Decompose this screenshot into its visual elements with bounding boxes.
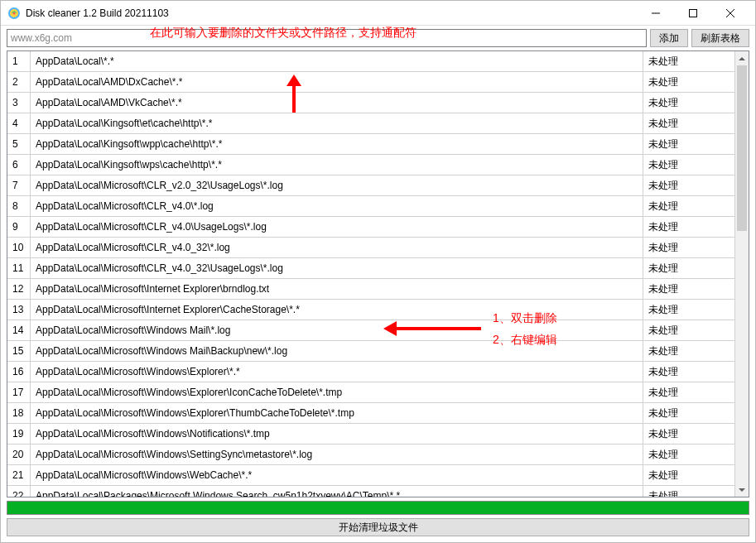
- row-number: 9: [7, 217, 31, 237]
- table-row[interactable]: 21AppData\Local\Microsoft\Windows\WebCac…: [7, 465, 734, 486]
- row-path: AppData\Local\Microsoft\Windows\Notifica…: [31, 424, 643, 444]
- row-status: 未处理: [643, 486, 734, 497]
- table-row[interactable]: 6AppData\Local\Kingsoft\wps\cache\http\*…: [7, 155, 734, 175]
- row-number: 10: [7, 238, 31, 257]
- row-path: AppData\Local\Kingsoft\et\cache\http\*.*: [31, 113, 643, 133]
- table-row[interactable]: 17AppData\Local\Microsoft\Windows\Explor…: [7, 382, 734, 403]
- row-number: 5: [7, 134, 31, 154]
- table-row[interactable]: 3AppData\Local\AMD\VkCache\*.*未处理: [7, 93, 734, 113]
- row-number: 8: [7, 196, 31, 216]
- table-row[interactable]: 16AppData\Local\Microsoft\Windows\Explor…: [7, 362, 734, 382]
- row-number: 16: [7, 362, 31, 382]
- chevron-up-icon: [739, 57, 745, 60]
- chevron-down-icon: [739, 488, 745, 492]
- row-path: AppData\Local\Microsoft\Internet Explore…: [31, 300, 643, 320]
- row-path: AppData\Local\Microsoft\Windows Mail\Bac…: [31, 341, 643, 361]
- table-row[interactable]: 2AppData\Local\AMD\DxCache\*.*未处理: [7, 72, 734, 93]
- grid-body[interactable]: 1AppData\Local\*.*未处理2AppData\Local\AMD\…: [7, 51, 734, 497]
- row-path: AppData\Local\Microsoft\Windows\Explorer…: [31, 382, 643, 402]
- row-status: 未处理: [643, 382, 734, 402]
- scroll-down-button[interactable]: [735, 483, 749, 497]
- table-row[interactable]: 22AppData\Local\Packages\Microsoft.Windo…: [7, 486, 734, 497]
- row-path: AppData\Local\Kingsoft\wpp\cache\http\*.…: [31, 134, 643, 154]
- start-clean-button[interactable]: 开始清理垃圾文件: [7, 518, 749, 536]
- table-row[interactable]: 4AppData\Local\Kingsoft\et\cache\http\*.…: [7, 113, 734, 134]
- row-number: 21: [7, 465, 31, 485]
- svg-point-1: [13, 12, 16, 14]
- row-path: AppData\Local\Kingsoft\wps\cache\http\*.…: [31, 155, 643, 175]
- row-status: 未处理: [643, 155, 734, 175]
- refresh-button[interactable]: 刷新表格: [691, 29, 749, 47]
- scrollbar-thumb[interactable]: [737, 65, 747, 231]
- table-row[interactable]: 13AppData\Local\Microsoft\Internet Explo…: [7, 300, 734, 320]
- add-button[interactable]: 添加: [650, 29, 688, 47]
- row-status: 未处理: [643, 320, 734, 340]
- row-status: 未处理: [643, 258, 734, 278]
- grid: 1AppData\Local\*.*未处理2AppData\Local\AMD\…: [7, 50, 749, 497]
- maximize-icon: [689, 9, 697, 17]
- table-row[interactable]: 5AppData\Local\Kingsoft\wpp\cache\http\*…: [7, 134, 734, 155]
- row-path: AppData\Local\Microsoft\CLR_v4.0_32\Usag…: [31, 258, 643, 278]
- row-number: 14: [7, 320, 31, 340]
- row-number: 15: [7, 341, 31, 361]
- row-path: AppData\Local\Packages\Microsoft.Windows…: [31, 486, 643, 497]
- table-row[interactable]: 7AppData\Local\Microsoft\CLR_v2.0_32\Usa…: [7, 175, 734, 196]
- path-input[interactable]: [7, 29, 647, 47]
- row-status: 未处理: [643, 93, 734, 113]
- row-number: 17: [7, 382, 31, 402]
- row-path: AppData\Local\Microsoft\Windows\WebCache…: [31, 465, 643, 485]
- row-status: 未处理: [643, 279, 734, 299]
- table-row[interactable]: 15AppData\Local\Microsoft\Windows Mail\B…: [7, 341, 734, 362]
- row-status: 未处理: [643, 175, 734, 195]
- row-number: 20: [7, 444, 31, 464]
- row-status: 未处理: [643, 341, 734, 361]
- row-status: 未处理: [643, 196, 734, 216]
- table-row[interactable]: 10AppData\Local\Microsoft\CLR_v4.0_32\*.…: [7, 238, 734, 258]
- vertical-scrollbar[interactable]: [734, 51, 749, 497]
- svg-rect-3: [689, 9, 696, 17]
- table-row[interactable]: 9AppData\Local\Microsoft\CLR_v4.0\UsageL…: [7, 217, 734, 238]
- row-status: 未处理: [643, 134, 734, 154]
- minimize-button[interactable]: [637, 1, 674, 25]
- table-row[interactable]: 12AppData\Local\Microsoft\Internet Explo…: [7, 279, 734, 300]
- row-status: 未处理: [643, 362, 734, 382]
- row-number: 18: [7, 403, 31, 423]
- scroll-up-button[interactable]: [735, 51, 749, 65]
- minimize-icon: [652, 9, 660, 17]
- row-status: 未处理: [643, 403, 734, 423]
- row-status: 未处理: [643, 444, 734, 464]
- close-button[interactable]: [711, 1, 749, 25]
- row-number: 4: [7, 113, 31, 133]
- table-row[interactable]: 18AppData\Local\Microsoft\Windows\Explor…: [7, 403, 734, 424]
- table-row[interactable]: 11AppData\Local\Microsoft\CLR_v4.0_32\Us…: [7, 258, 734, 279]
- row-number: 13: [7, 300, 31, 320]
- row-status: 未处理: [643, 72, 734, 92]
- row-path: AppData\Local\Microsoft\CLR_v4.0\*.log: [31, 196, 643, 216]
- table-row[interactable]: 8AppData\Local\Microsoft\CLR_v4.0\*.log未…: [7, 196, 734, 217]
- table-row[interactable]: 19AppData\Local\Microsoft\Windows\Notifi…: [7, 424, 734, 444]
- row-number: 22: [7, 486, 31, 497]
- row-path: AppData\Local\Microsoft\Windows\Explorer…: [31, 403, 643, 423]
- table-row[interactable]: 20AppData\Local\Microsoft\Windows\Settin…: [7, 444, 734, 465]
- row-number: 7: [7, 175, 31, 195]
- row-path: AppData\Local\Microsoft\Windows\Explorer…: [31, 362, 643, 382]
- table-row[interactable]: 1AppData\Local\*.*未处理: [7, 51, 734, 72]
- toolbar: 添加 刷新表格 在此可输入要删除的文件夹或文件路径，支持通配符: [1, 26, 755, 50]
- row-path: AppData\Local\Microsoft\CLR_v4.0_32\*.lo…: [31, 238, 643, 257]
- window-title: Disk cleaner 1.2 Build 20211103: [26, 7, 169, 19]
- row-number: 3: [7, 93, 31, 113]
- row-number: 1: [7, 51, 31, 71]
- row-path: AppData\Local\Microsoft\CLR_v2.0_32\Usag…: [31, 175, 643, 195]
- maximize-button[interactable]: [674, 1, 711, 25]
- action-bar: 开始清理垃圾文件: [7, 518, 749, 536]
- row-number: 19: [7, 424, 31, 444]
- svg-marker-7: [739, 488, 745, 492]
- row-path: AppData\Local\AMD\DxCache\*.*: [31, 72, 643, 92]
- close-icon: [726, 9, 734, 17]
- app-icon: [7, 7, 21, 20]
- row-status: 未处理: [643, 217, 734, 237]
- table-row[interactable]: 14AppData\Local\Microsoft\Windows Mail\*…: [7, 320, 734, 341]
- row-number: 11: [7, 258, 31, 278]
- row-status: 未处理: [643, 51, 734, 71]
- progress-bar: [7, 501, 749, 515]
